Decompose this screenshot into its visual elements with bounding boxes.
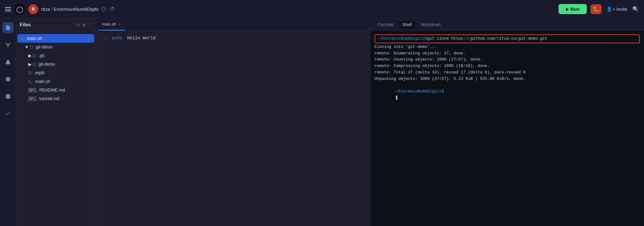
svg-rect-4 xyxy=(6,62,10,64)
terminal-line-3: remote: Enumerating objects: 27, done. xyxy=(375,50,640,57)
sidebar-item-lock[interactable] xyxy=(2,56,14,68)
run-button[interactable]: ▶ Run xyxy=(559,4,587,14)
new-folder-icon[interactable]: ⊕ xyxy=(82,22,86,27)
sidebar-item-git[interactable] xyxy=(2,39,14,50)
line-number: 1 xyxy=(101,36,107,41)
console-tab-label: Console xyxy=(378,22,393,27)
md-file-icon: [M+] xyxy=(28,88,36,92)
shell-file-icon-2: >_ xyxy=(28,80,32,83)
new-file-icon[interactable]: □+ xyxy=(75,22,80,27)
file-tree: >_ main.sh ⋮ ▼ □ git-demo ▶ □ .git ▶ □ g… xyxy=(16,32,96,226)
tab-shell[interactable]: Shell xyxy=(398,21,416,29)
terminal-line-8: ~/EnormousNumbDigits$ ▌ xyxy=(375,82,640,108)
md-file-icon-2: [M+] xyxy=(28,97,36,101)
topbar-icons: ⬡ ⏱ xyxy=(101,6,115,12)
file-panel-header: Files □+ ⊕ ⋮ xyxy=(16,18,96,32)
terminal-line-2: Cloning into 'git-demo'... xyxy=(375,44,640,50)
file-more-icon[interactable]: ⋮ xyxy=(86,36,91,41)
sidebar-item-files[interactable] xyxy=(2,22,14,33)
file-item-git-demo-sub[interactable]: ▶ □ git-demo xyxy=(17,60,94,68)
user-avatar[interactable]: R xyxy=(28,4,38,14)
more-icon[interactable]: ⋮ xyxy=(88,22,92,27)
run-label: Run xyxy=(570,6,579,12)
shell-tab-label: Shell xyxy=(402,22,412,27)
term-prompt-1: ~/EnormousNumbDigits$ xyxy=(377,36,427,42)
invite-icon: 👤+ xyxy=(606,6,615,12)
sidebar-item-check[interactable] xyxy=(2,108,14,119)
tab-markdown[interactable]: Markdown xyxy=(417,21,444,28)
editor-area: main.sh ✕ 1 echo Hello World xyxy=(96,18,370,226)
terminal-highlighted-command: ~/EnormousNumbDigits$ git clone https://… xyxy=(375,34,640,43)
breadcrumb: ritza / EnormousNumbDigits xyxy=(41,6,98,12)
file-panel-title: Files xyxy=(20,22,73,28)
code-text: Hello World xyxy=(127,36,156,41)
file-name: .git xyxy=(38,53,44,58)
file-name: git-demo xyxy=(38,62,55,67)
code-keyword: echo xyxy=(112,36,122,41)
terminal-line-7: Unpacking objects: 100% (27/27), 5.13 Ki… xyxy=(375,76,640,82)
main-layout: Files □+ ⊕ ⋮ >_ main.sh ⋮ ▼ □ git-demo ▶… xyxy=(0,18,644,226)
hamburger-icon[interactable] xyxy=(5,7,11,11)
tab-main-sh[interactable]: main.sh ✕ xyxy=(98,18,125,30)
file-name: tutorial.md xyxy=(39,96,59,101)
search-icon[interactable]: 🔍 xyxy=(632,6,639,13)
file-item-readme[interactable]: [M+] README.md xyxy=(17,86,94,94)
folder-collapse-icon: ▶ □ xyxy=(28,53,35,58)
file-name: main.sh xyxy=(27,36,42,41)
file-icon: □ xyxy=(28,70,31,75)
terminal-line-5: remote: Compressing objects: 100% (18/18… xyxy=(375,63,640,69)
term-command-1: git clone https://github.com/ritza-co/gi… xyxy=(427,36,547,42)
terminal-area: Console Shell Markdown ~/EnormousNumbDig… xyxy=(370,18,644,226)
file-item-tutorial[interactable]: [M+] tutorial.md xyxy=(17,94,94,103)
breadcrumb-project[interactable]: EnormousNumbDigits xyxy=(54,6,99,12)
invite-label: Invite xyxy=(616,6,627,12)
editor-content: 1 echo Hello World xyxy=(96,31,370,226)
file-panel: Files □+ ⊕ ⋮ >_ main.sh ⋮ ▼ □ git-demo ▶… xyxy=(16,18,96,226)
shell-file-icon: >_ xyxy=(21,36,25,41)
editor-tabs: main.sh ✕ xyxy=(96,18,370,31)
terminal-tabs: Console Shell Markdown xyxy=(370,18,644,31)
topbar-right: 🐛 👤+ Invite 🔍 xyxy=(590,4,639,14)
logo-icon[interactable]: ◯ xyxy=(14,4,25,15)
term-prompt-2: ~/EnormousNumbDigits$ xyxy=(394,89,444,94)
file-name: main.sh xyxy=(35,79,50,84)
topbar: ◯ R ritza / EnormousNumbDigits ⬡ ⏱ ▶ Run… xyxy=(0,0,644,18)
file-item-main-sh[interactable]: >_ main.sh ⋮ xyxy=(17,34,94,43)
file-name: .replit xyxy=(34,70,44,75)
terminal-line-4: remote: Counting objects: 100% (27/27), … xyxy=(375,56,640,63)
file-item-main-sh-sub[interactable]: >_ main.sh xyxy=(17,77,94,86)
sidebar-item-settings[interactable] xyxy=(2,74,14,85)
replit-icon[interactable]: ⬡ xyxy=(101,6,106,12)
invite-button[interactable]: 👤+ Invite xyxy=(606,6,627,12)
file-name: git-demo xyxy=(36,45,52,49)
topbar-left: ◯ R ritza / EnormousNumbDigits ⬡ ⏱ xyxy=(5,4,555,15)
sidebar-item-database[interactable] xyxy=(2,91,14,102)
file-item-git-demo[interactable]: ▼ □ git-demo xyxy=(17,43,94,51)
folder-expand-icon: ▼ □ xyxy=(25,45,33,49)
folder-collapse-icon-2: ▶ □ xyxy=(28,62,35,67)
file-item-dot-git[interactable]: ▶ □ .git xyxy=(17,51,94,60)
file-panel-actions: □+ ⊕ ⋮ xyxy=(75,22,92,27)
terminal-line-6: remote: Total 27 (delta 14), reused 17 (… xyxy=(375,69,640,76)
svg-point-0 xyxy=(7,45,9,47)
bug-button[interactable]: 🐛 xyxy=(590,4,602,14)
breadcrumb-sep: / xyxy=(51,6,52,12)
tab-close-icon[interactable]: ✕ xyxy=(118,22,121,26)
play-icon: ▶ xyxy=(566,7,569,11)
tab-label: main.sh xyxy=(102,22,116,26)
breadcrumb-user[interactable]: ritza xyxy=(41,6,50,12)
term-cursor: ▌ xyxy=(394,95,399,100)
svg-point-1 xyxy=(6,43,7,44)
file-item-replit[interactable]: □ .replit xyxy=(17,68,94,77)
file-name: README.md xyxy=(39,88,65,92)
code-line-1: 1 echo Hello World xyxy=(101,36,365,41)
markdown-tab-label: Markdown xyxy=(421,22,441,27)
terminal-content[interactable]: ~/EnormousNumbDigits$ git clone https://… xyxy=(370,31,644,226)
history-icon[interactable]: ⏱ xyxy=(110,6,115,12)
sidebar-icons xyxy=(0,18,16,226)
svg-point-2 xyxy=(9,43,10,44)
tab-console[interactable]: Console xyxy=(374,21,397,28)
